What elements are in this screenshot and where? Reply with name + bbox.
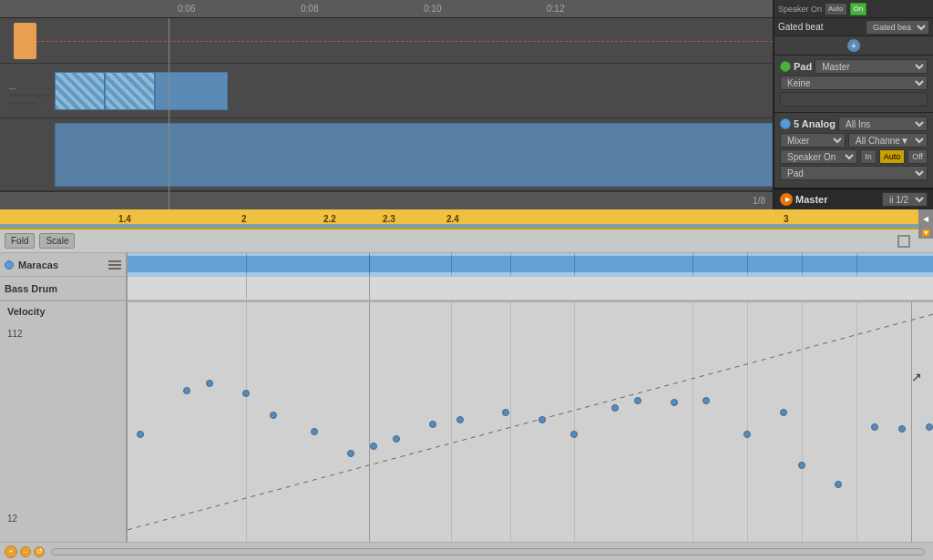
vel-dot-8[interactable] [370,443,377,450]
vel-dot-1[interactable] [137,431,144,438]
pad-track-control: Pad Master Keine [774,56,933,113]
master-row: ▶ Master ii 1/2 [774,188,933,209]
vel-dot-11[interactable] [456,416,464,423]
vel-dot-12[interactable] [502,409,509,416]
pad-routing-in[interactable]: Master [815,59,928,74]
clip-orange[interactable] [14,23,36,59]
arrangement-track-1[interactable] [0,18,773,64]
on-label: On [850,3,867,15]
grid-line-8 [802,253,803,276]
clip-blue-solid[interactable] [155,72,228,110]
midi-marker-22: 2.2 [323,214,336,224]
vel-dot-15[interactable] [611,404,619,412]
vel-dot-16[interactable] [634,397,641,404]
vel-dot-25[interactable] [926,423,933,431]
arrangement-tracks-area[interactable]: 0:06 0:08 0:10 0:12 ... [0,0,774,209]
scroll-extra-button[interactable]: ↺ [34,546,45,557]
quantize-value: 1/8 [753,196,765,206]
clip-text: ... [9,82,16,91]
vel-dot-23[interactable] [871,423,878,431]
auto-label: Auto [825,3,846,15]
vel-dot-7[interactable] [347,450,354,457]
maracas-menu-icon[interactable] [108,260,121,270]
scroll-down-button[interactable]: - [20,546,31,557]
vel-dot-6[interactable] [311,428,318,435]
analog-track-control: 5 Analog All Ins Mixer All Channe▼ Speak… [774,113,933,188]
scale-button[interactable]: Scale [39,233,75,249]
vel-dot-10[interactable] [429,421,436,428]
analog-active-button[interactable] [780,118,791,129]
waveform-line [9,94,50,97]
bassdrum-note-row[interactable] [128,277,933,300]
analog-track-name: 5 Analog [794,118,836,129]
timeline-marker-006: 0:06 [178,4,195,14]
midi-main-area: Maracas Bass Drum Velocity 112 12 [0,253,933,542]
right-panel: Speaker On Auto On Gated beat Gated beat… [774,0,933,209]
velocity-scale-area: 112 12 [0,321,126,542]
grid-line-4 [510,253,511,276]
vel-dot-2[interactable] [183,387,190,394]
horizontal-scrollbar[interactable] [51,548,925,555]
loop-bracket-icon [897,235,910,248]
vel-dot-5[interactable] [270,412,277,419]
timeline-ruler: 0:06 0:08 0:10 0:12 [0,0,773,18]
vel-dot-22[interactable] [835,481,842,488]
maracas-note-row[interactable] [128,253,933,277]
analog-routing-sub[interactable]: All Channe▼ [848,133,928,148]
master-play-button[interactable]: ▶ [780,193,793,206]
grid-line-3 [451,253,452,276]
vel-dot-17[interactable] [671,399,678,406]
arrangement-track-2[interactable]: ... [0,64,773,118]
analog-routing-in[interactable]: All Ins [838,117,928,131]
midi-timeline[interactable]: 1.4 2 2.2 2.3 2.4 3 ◀ 🔽 [0,209,933,229]
master-routing[interactable]: ii 1/2 [882,192,928,207]
gated-beat-dropdown[interactable]: Gated beat ▼ [866,20,929,35]
maracas-label-row: Maracas [0,253,126,277]
midi-marker-23: 2.3 [383,214,395,224]
analog-pad-routing[interactable]: Pad [780,166,928,180]
midi-marker-24: 2.4 [446,214,459,224]
clip-blue-large[interactable] [55,123,773,187]
velocity-area[interactable]: ↗ [128,300,933,542]
monitor-off-btn[interactable]: Off [907,149,928,164]
bassdrum-label: Bass Drum [5,283,57,294]
maracas-note-bar [128,256,933,272]
vel-dot-18[interactable] [702,397,710,404]
fold-button[interactable]: Fold [5,233,35,249]
vel-dot-13[interactable] [538,416,546,423]
pad-input-field[interactable] [780,92,928,107]
grid-line-7 [747,253,748,276]
analog-mixer[interactable]: Mixer [780,133,846,148]
timeline-marker-008: 0:08 [301,4,318,14]
vel-dot-21[interactable] [798,462,805,469]
vel-dot-19[interactable] [743,431,751,438]
vel-dot-24[interactable] [898,425,906,433]
monitor-in-btn[interactable]: In [860,149,877,164]
monitor-auto-btn[interactable]: Auto [879,149,906,164]
maracas-active-dot[interactable] [5,260,14,270]
pad-routing-sub[interactable]: Keine [780,76,928,90]
pad-active-button[interactable] [780,61,791,72]
clip-blue-hatched[interactable] [55,72,105,110]
midi-grid-container[interactable]: ↗ [128,253,933,542]
grid-line-2 [369,253,370,276]
clip-blue-hatched2[interactable] [105,72,155,110]
vel-dot-4[interactable] [242,390,250,397]
vel-dot-20[interactable] [780,409,787,416]
midi-marker-14: 1.4 [118,214,131,224]
arrangement-view: 0:06 0:08 0:10 0:12 ... [0,0,933,209]
timeline-highlight-bar [0,224,918,228]
pad-track-name: Pad [794,61,812,72]
analog-speaker[interactable]: Speaker On [780,149,857,164]
master-label: Master [795,194,879,205]
vel-dot-14[interactable] [570,431,578,438]
bd-grid-line-1 [246,277,247,300]
vel-dot-3[interactable] [206,380,213,387]
red-dashed-line [36,41,773,42]
vel-dot-9[interactable] [393,435,400,443]
add-track-button[interactable]: + [847,39,860,52]
timeline-marker-012: 0:12 [547,4,564,14]
scroll-up-button[interactable]: + [5,545,17,558]
timeline-end-marker[interactable]: ◀ [918,209,933,228]
arrangement-track-3[interactable] [0,118,773,191]
